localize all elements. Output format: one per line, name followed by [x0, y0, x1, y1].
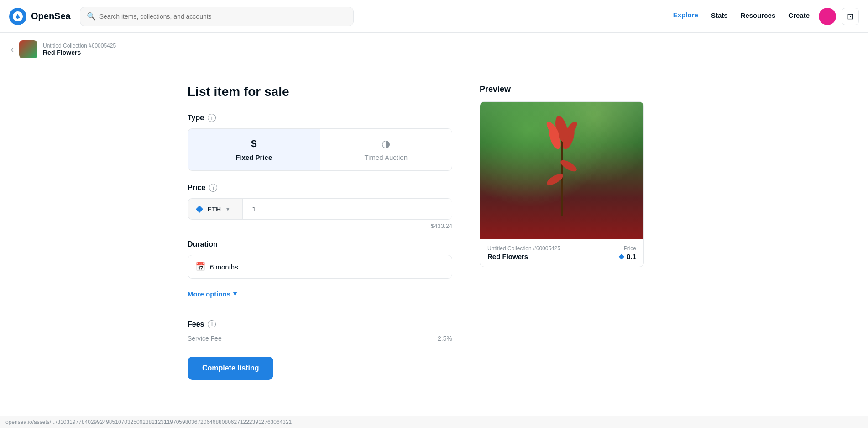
breadcrumb: ‹ Untitled Collection #60005425 Red Flow…	[0, 33, 868, 66]
avatar[interactable]	[819, 8, 836, 25]
more-options-label: More options	[188, 290, 230, 298]
type-section: Type i $ Fixed Price ◑ Timed Auction	[188, 114, 452, 171]
breadcrumb-collection: Untitled Collection #60005425	[43, 42, 116, 49]
logo-text: OpenSea	[31, 11, 71, 21]
duration-section: Duration 📅 6 months	[188, 240, 452, 279]
preview-price-value: 0.1	[618, 253, 636, 260]
preview-eth-amount: 0.1	[627, 253, 636, 260]
breadcrumb-thumbnail	[19, 40, 37, 58]
nav-stats[interactable]: Stats	[711, 11, 728, 21]
currency-select[interactable]: ETH ▾	[188, 199, 243, 219]
type-label-row: Type i	[188, 114, 452, 122]
currency-label: ETH	[207, 205, 221, 213]
navbar: OpenSea 🔍 Explore Stats Resources Create…	[0, 0, 868, 33]
complete-button-label: Complete listing	[202, 364, 259, 372]
breadcrumb-thumbnail-img	[19, 40, 37, 58]
price-usd: $433.24	[188, 222, 452, 229]
price-label-row: Price i	[188, 184, 452, 192]
price-section: Price i ETH ▾ $433.24	[188, 184, 452, 229]
more-options-chevron: ▾	[233, 290, 237, 298]
preview-card-info: Untitled Collection #60005425 Red Flower…	[480, 239, 643, 267]
preview-label: Preview	[480, 85, 644, 94]
duration-value: 6 months	[210, 263, 238, 271]
duration-label-row: Duration	[188, 240, 452, 248]
fees-label-row: Fees i	[188, 320, 452, 328]
nav-resources[interactable]: Resources	[741, 11, 776, 21]
type-fixed-price[interactable]: $ Fixed Price	[188, 129, 320, 170]
price-input-row: ETH ▾	[188, 198, 452, 220]
logo-icon	[9, 8, 26, 25]
eth-icon	[195, 205, 204, 213]
preview-column: Preview	[480, 85, 644, 380]
complete-listing-button[interactable]: Complete listing	[188, 357, 273, 380]
fixed-price-label: Fixed Price	[235, 153, 272, 161]
price-info-icon[interactable]: i	[209, 184, 217, 192]
preview-name: Red Flowers	[487, 253, 560, 260]
duration-selector[interactable]: 📅 6 months	[188, 255, 452, 279]
back-button[interactable]: ‹	[11, 45, 14, 54]
price-label: Price	[188, 184, 205, 192]
price-input[interactable]	[243, 199, 452, 219]
logo[interactable]: OpenSea	[9, 8, 71, 25]
page-title: List item for sale	[188, 85, 452, 99]
search-icon: 🔍	[87, 12, 96, 21]
main-layout: List item for sale Type i $ Fixed Price …	[160, 66, 708, 398]
timed-auction-icon: ◑	[382, 138, 390, 150]
preview-eth-icon	[618, 254, 625, 260]
preview-price-label: Price	[618, 245, 636, 252]
preview-item-details: Untitled Collection #60005425 Red Flower…	[487, 245, 560, 260]
type-info-icon[interactable]: i	[208, 114, 216, 122]
preview-image	[480, 102, 643, 239]
nav-explore[interactable]: Explore	[673, 11, 698, 21]
preview-collection: Untitled Collection #60005425	[487, 245, 560, 252]
type-timed-auction[interactable]: ◑ Timed Auction	[320, 129, 452, 170]
divider	[188, 309, 452, 309]
breadcrumb-name: Red Flowers	[43, 49, 116, 56]
opensea-svg	[13, 11, 23, 21]
nav-actions: ⊡	[819, 8, 859, 25]
flower-svg	[544, 116, 580, 216]
fixed-price-icon: $	[251, 138, 256, 150]
preview-card: Untitled Collection #60005425 Red Flower…	[480, 101, 644, 267]
search-input[interactable]	[99, 13, 347, 20]
timed-auction-label: Timed Auction	[365, 153, 408, 161]
type-selector: $ Fixed Price ◑ Timed Auction	[188, 128, 452, 171]
more-options-button[interactable]: More options ▾	[188, 290, 237, 298]
form-column: List item for sale Type i $ Fixed Price …	[188, 85, 452, 380]
fees-info-icon[interactable]: i	[208, 320, 216, 328]
search-bar[interactable]: 🔍	[80, 7, 354, 26]
fees-label: Fees	[188, 320, 204, 328]
type-label: Type	[188, 114, 204, 122]
service-fee-value: 2.5%	[438, 335, 452, 342]
svg-marker-1	[199, 206, 203, 209]
preview-price-area: Price 0.1	[618, 245, 636, 260]
nav-links: Explore Stats Resources Create	[673, 11, 810, 21]
cart-button[interactable]: ⊡	[842, 8, 859, 25]
fees-row: Service Fee 2.5%	[188, 335, 452, 342]
breadcrumb-text: Untitled Collection #60005425 Red Flower…	[43, 42, 116, 56]
duration-label: Duration	[188, 240, 218, 248]
svg-marker-10	[619, 254, 624, 259]
calendar-icon: 📅	[195, 262, 205, 272]
nav-create[interactable]: Create	[788, 11, 810, 21]
fees-section: Fees i Service Fee 2.5%	[188, 320, 452, 342]
currency-chevron: ▾	[226, 206, 229, 212]
service-fee-label: Service Fee	[188, 335, 222, 342]
